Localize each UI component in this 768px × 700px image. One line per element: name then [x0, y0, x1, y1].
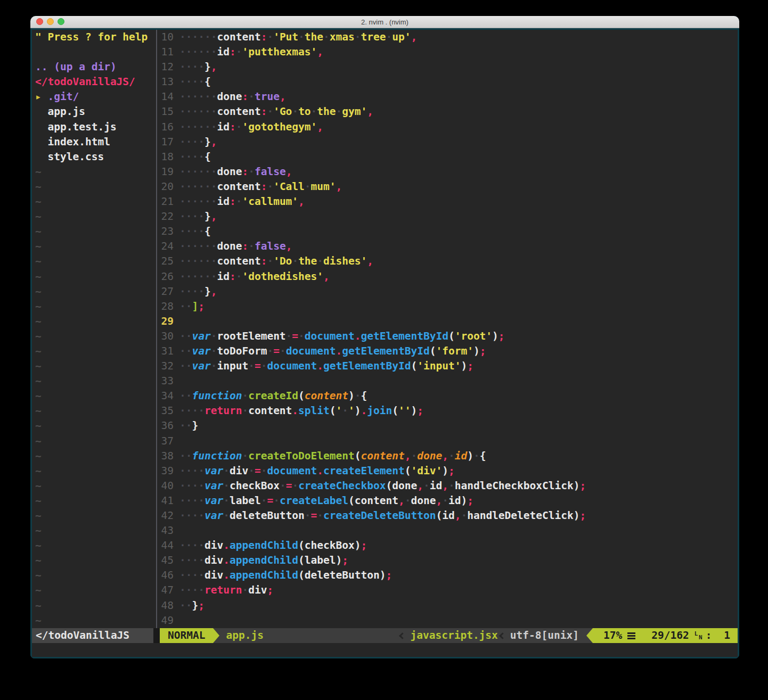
tilde-line: ~ [35, 464, 153, 479]
statusbar-encoding: utf-8[unix] [510, 628, 579, 643]
code-line-17[interactable]: 17····}, [160, 135, 738, 150]
code-line-40[interactable]: 40····var·checkBox·=·createCheckbox(done… [160, 479, 738, 493]
code-line-45[interactable]: 45····div.appendChild(label); [160, 553, 738, 568]
code-line-16[interactable]: 16······id:·'gotothegym', [160, 120, 738, 135]
line-number: 24 [160, 239, 179, 254]
line-number: 35 [160, 403, 179, 418]
line-content: ····{ [179, 224, 211, 239]
code-line-43[interactable]: 43 [160, 523, 738, 538]
code-line-33[interactable]: 33 [160, 374, 738, 389]
statusbar-filename: app.js [219, 628, 263, 643]
line-number: 41 [160, 493, 179, 508]
line-number: 25 [160, 254, 179, 269]
line-number: 19 [160, 164, 179, 179]
command-line[interactable] [32, 643, 738, 657]
code-line-32[interactable]: 32··var·input·=·document.getElementById(… [160, 359, 738, 374]
code-line-13[interactable]: 13····{ [160, 75, 738, 89]
status-row: </todoVanillaJS NORMAL app.js javascript… [32, 628, 738, 643]
code-line-44[interactable]: 44····div.appendChild(checkBox); [160, 538, 738, 553]
code-line-28[interactable]: 28··]; [160, 299, 738, 314]
line-number: 12 [160, 60, 179, 75]
line-content: ··var·rootElement·=·document.getElementB… [179, 329, 505, 344]
line-number: 17 [160, 135, 179, 150]
minimize-button[interactable] [47, 18, 54, 25]
tree-item[interactable]: app.test.js [35, 120, 153, 135]
code-line-39[interactable]: 39····var·div·=·document.createElement('… [160, 464, 738, 479]
window-separator[interactable] [153, 30, 160, 628]
code-line-14[interactable]: 14······done:·true, [160, 89, 738, 104]
code-line-29[interactable]: 29 [160, 314, 738, 329]
code-line-41[interactable]: 41····var·label·=·createLabel(content,·d… [160, 493, 738, 508]
line-content: ······done:·false, [179, 239, 292, 254]
code-line-15[interactable]: 15······content:·'Go·to·the·gym', [160, 104, 738, 119]
scroll-percent: 17% [603, 628, 622, 643]
line-number: 21 [160, 194, 179, 209]
code-line-12[interactable]: 12····}, [160, 60, 738, 75]
nerdtree-statusline: </todoVanillaJS [32, 628, 153, 643]
line-number: 18 [160, 150, 179, 164]
tree-item[interactable]: .. (up a dir) [35, 60, 153, 75]
line-number: 40 [160, 479, 179, 493]
tilde-line: ~ [35, 344, 153, 359]
traffic-lights [36, 18, 64, 25]
tilde-line: ~ [35, 254, 153, 269]
close-button[interactable] [36, 18, 43, 25]
terminal-content: " Press ? for help.. (up a dir)</todoVan… [30, 29, 739, 658]
code-line-18[interactable]: 18····{ [160, 150, 738, 164]
tree-item: " Press ? for help [35, 30, 153, 45]
code-line-36[interactable]: 36··} [160, 418, 738, 433]
editor-panel[interactable]: 10······content:·'Put·the·xmas·tree·up',… [160, 30, 738, 628]
nerdtree-panel[interactable]: " Press ? for help.. (up a dir)</todoVan… [32, 30, 153, 628]
code-line-37[interactable]: 37 [160, 434, 738, 449]
powerline-arrow-right-icon [213, 628, 219, 643]
tilde-line: ~ [35, 613, 153, 628]
code-line-27[interactable]: 27····}, [160, 284, 738, 299]
code-line-34[interactable]: 34··function·createId(content)·{ [160, 389, 738, 403]
line-content: ····{ [179, 150, 211, 164]
tree-item[interactable]: </todoVanillaJS/ [35, 75, 153, 89]
code-line-19[interactable]: 19······done:·false, [160, 164, 738, 179]
line-number: 30 [160, 329, 179, 344]
tree-item[interactable]: style.css [35, 150, 153, 164]
tilde-line: ~ [35, 583, 153, 598]
tree-item[interactable]: ▸ .git/ [35, 89, 153, 104]
line-content: ····div.appendChild(checkBox); [179, 538, 367, 553]
code-line-38[interactable]: 38··function·createToDoElement(content,·… [160, 449, 738, 464]
code-line-10[interactable]: 10······content:·'Put·the·xmas·tree·up', [160, 30, 738, 45]
code-line-48[interactable]: 48··}; [160, 598, 738, 613]
code-line-46[interactable]: 46····div.appendChild(deleteButton); [160, 568, 738, 583]
tilde-line: ~ [35, 389, 153, 403]
code-line-35[interactable]: 35····return·content.split('·').join('')… [160, 403, 738, 418]
code-line-20[interactable]: 20······content:·'Call·mum', [160, 179, 738, 194]
code-line-47[interactable]: 47····return·div; [160, 583, 738, 598]
code-line-26[interactable]: 26······id:·'dothedishes', [160, 269, 738, 284]
tree-item[interactable]: index.html [35, 135, 153, 150]
code-line-24[interactable]: 24······done:·false, [160, 239, 738, 254]
line-number: 44 [160, 538, 179, 553]
zoom-button[interactable] [58, 18, 64, 25]
line-number: 39 [160, 464, 179, 479]
separator-line [156, 30, 157, 628]
code-line-25[interactable]: 25······content:·'Do·the·dishes', [160, 254, 738, 269]
cursor-column: 1 [724, 628, 730, 643]
line-content: ······content:·'Do·the·dishes', [179, 254, 373, 269]
code-line-42[interactable]: 42····var·deleteButton·=·createDeleteBut… [160, 508, 738, 523]
hamburger-icon [627, 632, 635, 639]
line-content: ··var·input·=·document.getElementById('i… [179, 359, 473, 374]
line-content: ····}, [179, 60, 217, 75]
line-content: ······done:·true, [179, 89, 286, 104]
code-line-30[interactable]: 30··var·rootElement·=·document.getElemen… [160, 329, 738, 344]
code-line-21[interactable]: 21······id:·'callmum', [160, 194, 738, 209]
cursor-position: 29/162 [651, 628, 689, 643]
chevron-left-icon [399, 632, 406, 639]
titlebar[interactable]: 2. nvim . (nvim) [30, 16, 739, 28]
code-line-11[interactable]: 11······id:·'putthexmas', [160, 45, 738, 60]
tree-item[interactable]: app.js [35, 104, 153, 119]
code-line-22[interactable]: 22····}, [160, 209, 738, 224]
tilde-line: ~ [35, 269, 153, 284]
code-line-23[interactable]: 23····{ [160, 224, 738, 239]
code-line-31[interactable]: 31··var·toDoForm·=·document.getElementBy… [160, 344, 738, 359]
code-line-49[interactable]: 49 [160, 613, 738, 628]
tilde-line: ~ [35, 209, 153, 224]
line-number: 20 [160, 179, 179, 194]
